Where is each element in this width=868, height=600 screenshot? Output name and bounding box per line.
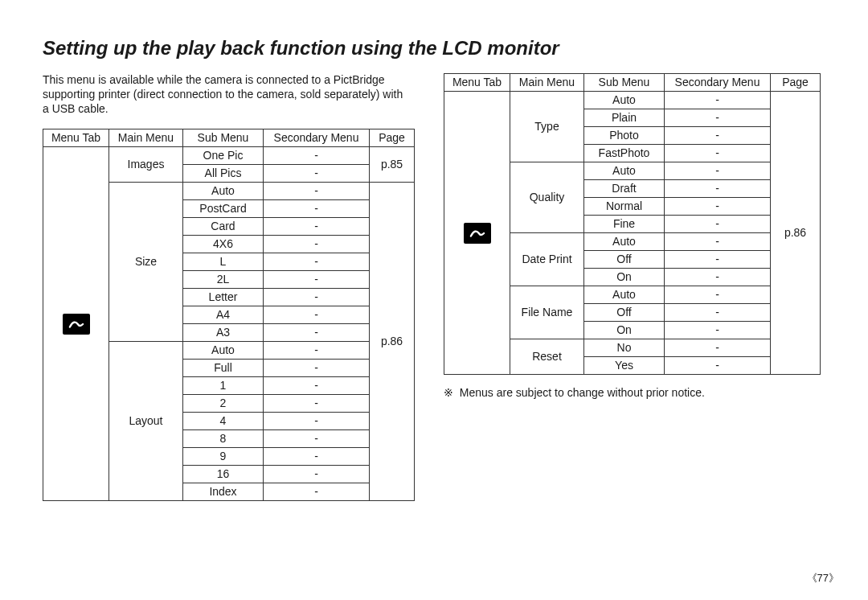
secondary: - [665,339,771,357]
sub: FastPhoto [584,145,665,162]
secondary: - [264,200,370,218]
menu-table-right: Menu Tab Main Menu Sub Menu Secondary Me… [444,73,821,375]
sub: PostCard [183,200,264,218]
sub: Auto [584,92,665,109]
secondary: - [665,233,771,251]
sub: Auto [183,183,264,200]
col-secondary: Secondary Menu [264,129,370,147]
sub: A3 [183,324,264,342]
main-dateprint: Date Print [510,233,584,286]
footnote: ※ Menus are subject to change without pr… [444,386,820,399]
sub: Full [183,360,264,377]
secondary: - [264,483,370,501]
secondary: - [264,306,370,324]
sub: 9 [183,448,264,466]
secondary: - [665,162,771,180]
col-page: Page [771,74,821,92]
secondary: - [264,430,370,448]
col-menu-tab: Menu Tab [444,74,510,92]
secondary: - [665,145,771,162]
sub: All Pics [183,165,264,183]
main-images: Images [109,147,183,183]
sub: Index [183,483,264,501]
secondary: - [665,251,771,269]
secondary: - [665,322,771,339]
sub: L [183,253,264,271]
secondary: - [264,395,370,413]
secondary: - [665,357,771,375]
col-secondary: Secondary Menu [665,74,771,92]
sub: Card [183,218,264,236]
sub: One Pic [183,147,264,165]
main-reset: Reset [510,339,584,375]
page-title: Setting up the play back function using … [43,37,559,60]
menu-tab-icon-cell [43,147,109,501]
col-sub-menu: Sub Menu [183,129,264,147]
secondary: - [264,324,370,342]
pictbridge-icon [464,223,491,244]
table-row: Type Auto - p.86 [444,92,821,109]
intro-text: This menu is available while the camera … [43,73,404,117]
secondary: - [665,180,771,198]
secondary: - [264,360,370,377]
secondary: - [665,198,771,216]
menu-table-left: Menu Tab Main Menu Sub Menu Secondary Me… [43,129,415,501]
main-quality: Quality [510,162,584,233]
secondary: - [264,147,370,165]
main-filename: File Name [510,286,584,339]
sub: 2L [183,271,264,289]
secondary: - [665,286,771,304]
secondary: - [264,448,370,466]
secondary: - [264,183,370,200]
footnote-text: Menus are subject to change without prio… [460,386,705,399]
col-main-menu: Main Menu [510,74,584,92]
sub: Letter [183,289,264,306]
sub: 1 [183,377,264,395]
secondary: - [264,271,370,289]
col-page: Page [370,129,415,147]
sub: Fine [584,216,665,233]
sub: Auto [183,342,264,360]
page-number: 《77》 [807,571,839,586]
sub: Normal [584,198,665,216]
sub: Yes [584,357,665,375]
page-all: p.86 [771,92,821,375]
sub: 16 [183,466,264,483]
menu-tab-icon-cell [444,92,510,375]
sub: 8 [183,430,264,448]
secondary: - [264,342,370,360]
main-size: Size [109,183,183,342]
col-sub-menu: Sub Menu [584,74,665,92]
sub: 2 [183,395,264,413]
sub: On [584,269,665,286]
footnote-symbol: ※ [444,386,453,399]
sub: Off [584,304,665,322]
sub: Draft [584,180,665,198]
secondary: - [665,304,771,322]
sub: A4 [183,306,264,324]
secondary: - [264,165,370,183]
main-layout: Layout [109,342,183,501]
table-row: Images One Pic - p.85 [43,147,415,165]
sub: No [584,339,665,357]
secondary: - [264,413,370,430]
sub: Off [584,251,665,269]
secondary: - [665,216,771,233]
sub: Plain [584,109,665,127]
secondary: - [665,269,771,286]
sub: On [584,322,665,339]
sub: Photo [584,127,665,145]
secondary: - [665,92,771,109]
page-rest: p.86 [370,183,415,501]
sub: 4X6 [183,236,264,253]
col-main-menu: Main Menu [109,129,183,147]
secondary: - [264,253,370,271]
pictbridge-icon [63,314,90,335]
sub: 4 [183,413,264,430]
secondary: - [264,236,370,253]
secondary: - [665,127,771,145]
sub: Auto [584,286,665,304]
main-type: Type [510,92,584,162]
sub: Auto [584,162,665,180]
col-menu-tab: Menu Tab [43,129,109,147]
